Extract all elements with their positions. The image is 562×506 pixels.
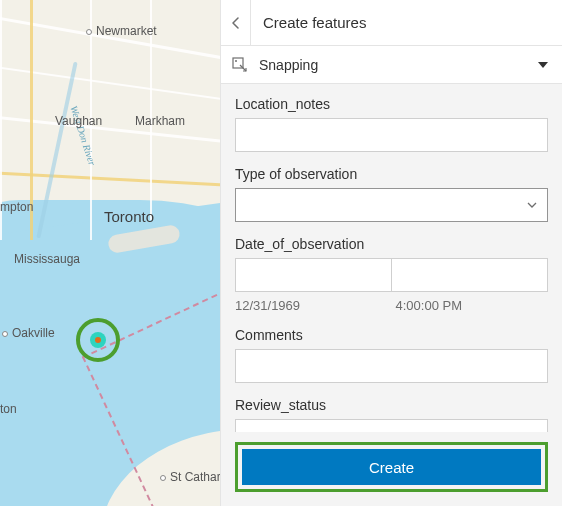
- map-canvas[interactable]: West Don River Newmarket Vaughan Markham…: [0, 0, 220, 506]
- comments-label: Comments: [235, 327, 548, 343]
- snapping-icon: [231, 56, 249, 74]
- city-oakville: Oakville: [2, 326, 55, 340]
- snapping-toggle[interactable]: Snapping: [221, 46, 562, 84]
- date-input[interactable]: [235, 258, 391, 292]
- chevron-left-icon: [230, 17, 242, 29]
- create-features-panel: Create features Snapping Location_notes: [220, 0, 562, 506]
- city-toronto: Toronto: [104, 208, 154, 225]
- location-notes-label: Location_notes: [235, 96, 548, 112]
- type-of-observation-select[interactable]: [235, 188, 548, 222]
- panel-title: Create features: [251, 14, 366, 31]
- review-status-input[interactable]: [235, 419, 548, 432]
- city-vaughan: Vaughan: [55, 114, 102, 128]
- city-ton: ton: [0, 402, 17, 416]
- city-stcatharines: St Catharin: [160, 470, 220, 484]
- create-button-highlight: Create: [235, 442, 548, 492]
- city-mpton: mpton: [0, 200, 33, 214]
- caret-down-icon: [538, 62, 548, 68]
- date-hint: 12/31/1969: [235, 298, 388, 313]
- city-newmarket: Newmarket: [86, 24, 157, 38]
- time-input[interactable]: [391, 258, 548, 292]
- time-hint: 4:00:00 PM: [388, 298, 549, 313]
- back-button[interactable]: [221, 0, 251, 46]
- create-button[interactable]: Create: [242, 449, 541, 485]
- create-button-label: Create: [369, 459, 414, 476]
- city-markham: Markham: [135, 114, 185, 128]
- type-of-observation-label: Type of observation: [235, 166, 548, 182]
- svg-point-1: [235, 60, 237, 62]
- comments-input[interactable]: [235, 349, 548, 383]
- review-status-label: Review_status: [235, 397, 548, 413]
- location-notes-input[interactable]: [235, 118, 548, 152]
- chevron-down-icon: [527, 202, 537, 208]
- date-of-observation-label: Date_of_observation: [235, 236, 548, 252]
- city-mississauga: Mississauga: [14, 252, 80, 266]
- snapping-label: Snapping: [259, 57, 538, 73]
